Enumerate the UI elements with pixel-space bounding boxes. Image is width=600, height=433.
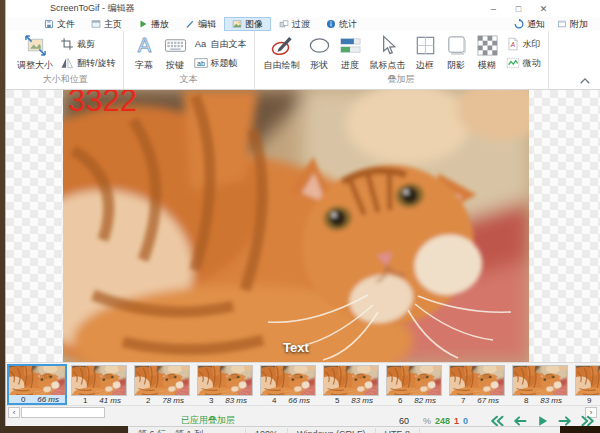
screentogif-editor-window: ScreenToGif - 编辑器 – □ ✕ 文件主页播放编辑图像过渡统计 通…: [5, 0, 600, 426]
tab-label: 播放: [151, 18, 169, 31]
frame-number: 4: [272, 396, 276, 405]
frame-number: 8: [524, 396, 528, 405]
editor-canvas[interactable]: 3322 Text: [6, 90, 600, 362]
tab-playback[interactable]: 播放: [130, 17, 177, 31]
frame-count-total: 248: [435, 416, 450, 426]
frame-delay: 67 ms: [477, 396, 499, 405]
svg-text:A: A: [137, 34, 151, 56]
previous-frame-button[interactable]: [511, 415, 528, 427]
free-drawing-button[interactable]: 自由绘制: [260, 32, 304, 72]
attach-button[interactable]: 附加: [551, 17, 594, 31]
ribbon-group-label: 文本: [129, 72, 249, 89]
mouse-clicks-button[interactable]: 鼠标点击: [366, 32, 410, 72]
tab-image[interactable]: 图像: [224, 17, 271, 31]
tab-edit[interactable]: 编辑: [177, 17, 224, 31]
button-label: 进度: [341, 59, 359, 72]
notepad-encoding: UTF-8: [376, 428, 421, 433]
frame-thumbnail-1[interactable]: 141 ms: [70, 364, 128, 405]
frame-number: 6: [398, 396, 402, 405]
tab-statistics[interactable]: 统计: [318, 17, 365, 31]
obfuscate-button[interactable]: 模糊: [472, 32, 503, 72]
play-button[interactable]: [534, 415, 551, 427]
frame-label: 066 ms: [9, 395, 65, 403]
frame-thumbnail-7[interactable]: 767 ms: [448, 364, 506, 405]
current-frame-image: 3322 Text: [63, 90, 529, 362]
save-icon: [44, 19, 54, 29]
tab-label: 统计: [339, 18, 357, 31]
frame-thumbnail-image: [512, 365, 568, 396]
frame-strip-scrollbar-thumb[interactable]: [21, 407, 105, 418]
tab-home[interactable]: 主页: [83, 17, 130, 31]
title-frame-button[interactable]: ab标题帧: [194, 56, 247, 70]
zoom-value[interactable]: 60: [399, 416, 409, 426]
button-label: 水印: [523, 38, 541, 51]
frame-number: 0: [21, 395, 25, 404]
border-button[interactable]: 边框: [410, 32, 441, 72]
button-label: 字幕: [135, 59, 153, 72]
title-frame-icon: ab: [194, 56, 208, 70]
frame-thumbnail-5[interactable]: 583 ms: [322, 364, 380, 405]
frame-thumbnail-image: [134, 365, 190, 396]
frame-delay: 66 ms: [288, 396, 310, 405]
tab-label: 过渡: [292, 18, 310, 31]
info-icon: [169, 416, 178, 425]
tab-label: 图像: [245, 18, 263, 31]
button-label: 裁剪: [77, 38, 95, 51]
frame-thumbnail-6[interactable]: 682 ms: [385, 364, 443, 405]
flip-rotate-icon: [60, 56, 74, 70]
progress-button[interactable]: 进度: [335, 32, 366, 72]
maximize-button[interactable]: □: [506, 1, 531, 16]
minimize-button[interactable]: –: [481, 1, 506, 16]
button-label: 调整大小: [17, 59, 53, 72]
frame-label: 383 ms: [197, 396, 253, 404]
frame-number: 3: [209, 396, 213, 405]
button-label: 模糊: [478, 59, 496, 72]
frame-thumbnail-4[interactable]: 466 ms: [259, 364, 317, 405]
stats-icon: [326, 19, 336, 29]
skip-to-last-button[interactable]: [580, 415, 597, 427]
skip-to-first-button[interactable]: [488, 415, 505, 427]
close-button[interactable]: ✕: [531, 1, 556, 16]
zoom-stepper-icon[interactable]: [413, 415, 419, 426]
free-text-button[interactable]: Aa自由文本: [194, 37, 247, 51]
collapse-ribbon-chevron-icon[interactable]: [579, 77, 591, 85]
crop-button[interactable]: 裁剪: [60, 37, 116, 51]
notifications-button[interactable]: 通知: [508, 17, 551, 31]
tab-label: 编辑: [198, 18, 216, 31]
progress-icon: [339, 34, 362, 57]
frame-thumbnail-8[interactable]: 883 ms: [511, 364, 569, 405]
frame-thumbnail-9[interactable]: 9: [574, 364, 600, 405]
caption-button[interactable]: A字幕: [129, 32, 160, 72]
shapes-button[interactable]: 形状: [304, 32, 335, 72]
frame-thumbnail-0[interactable]: 066 ms: [7, 364, 67, 405]
keystrokes-button[interactable]: 按键: [160, 32, 191, 72]
tab-transitions[interactable]: 过渡: [271, 17, 318, 31]
frame-delay: 83 ms: [351, 396, 373, 405]
zoom-unit: %: [423, 416, 431, 426]
attach-icon: [557, 19, 567, 29]
frame-thumbnail-image: [575, 365, 600, 396]
frame-number: 9: [587, 396, 591, 405]
next-frame-button[interactable]: [557, 415, 574, 427]
scroll-left-button[interactable]: ‹: [8, 407, 20, 418]
cinemagraph-button[interactable]: 微动: [506, 56, 541, 70]
frame-delay: 41 ms: [99, 396, 121, 405]
resize-button[interactable]: 调整大小: [13, 32, 57, 72]
tab-file[interactable]: 文件: [36, 17, 83, 31]
shapes-icon: [308, 34, 331, 57]
free-drawing-icon: [270, 34, 293, 57]
play-icon: [138, 19, 148, 29]
window-controls: – □ ✕: [481, 1, 556, 16]
frame-number: 7: [461, 396, 465, 405]
frame-thumbnail-2[interactable]: 278 ms: [133, 364, 191, 405]
background-app-statusbar: 第 6 行，第 1 列 100% Windows (CRLF) UTF-8: [0, 426, 600, 433]
flip-rotate-button[interactable]: 翻转/旋转: [60, 56, 116, 70]
frame-number: 1: [83, 396, 87, 405]
frame-label: 9: [575, 396, 600, 404]
free-text-overlay-number: 3322: [68, 90, 137, 119]
frame-count-other: 0: [463, 416, 468, 426]
shadow-button[interactable]: 阴影: [441, 32, 472, 72]
frame-thumbnail-3[interactable]: 383 ms: [196, 364, 254, 405]
watermark-button[interactable]: A水印: [506, 37, 541, 51]
frame-thumbnail-image: [197, 365, 253, 396]
